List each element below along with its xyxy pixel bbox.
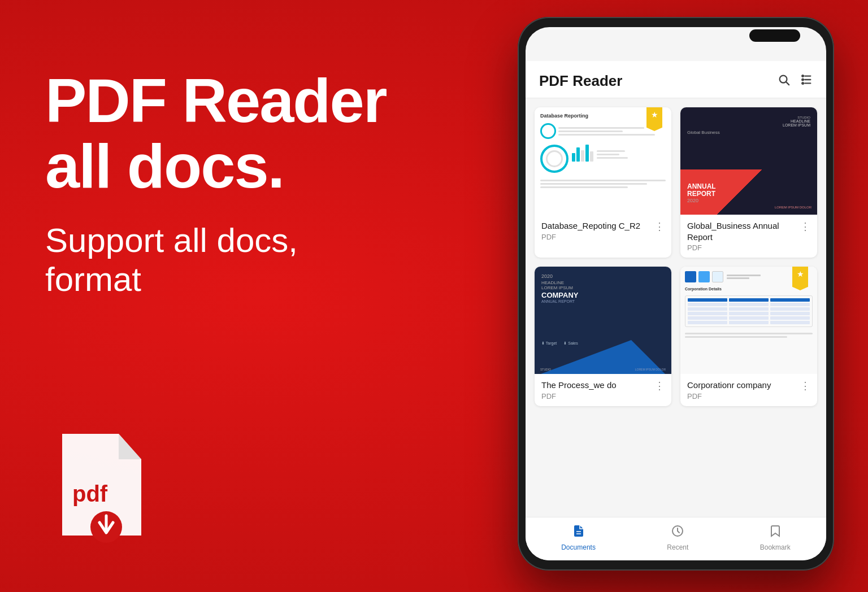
doc-type-3: PDF [541, 392, 617, 401]
bookmark-star-4: ★ [797, 269, 804, 278]
header-icons [778, 73, 813, 89]
doc-menu-icon-2[interactable]: ⋮ [800, 220, 810, 233]
subtitle: Support all docs, format [45, 221, 396, 299]
doc-menu-icon-4[interactable]: ⋮ [800, 380, 810, 392]
bottom-nav: Documents Recent [526, 517, 826, 560]
doc-type-2: PDF [687, 243, 797, 252]
doc-info-3: The Process_we do PDF ⋮ [535, 374, 671, 406]
pdf-file-icon: pdf [45, 423, 158, 547]
doc-type-1: PDF [541, 233, 640, 241]
doc-info-2: Global_Business Annual Report PDF ⋮ [680, 215, 817, 258]
nav-recent-label: Recent [667, 543, 688, 551]
doc-info-1: Database_Repoting C_R2 PDF ⋮ [535, 215, 671, 247]
main-title: PDF Reader all docs. [45, 68, 396, 198]
doc-name-2: Global_Business Annual Report [687, 220, 797, 242]
doc-thumbnail-4: ★ [680, 267, 817, 374]
doc-card-3[interactable]: 2020 HEADLINELOREM IPSUM COMPANY ANNUAL … [535, 267, 671, 406]
nav-recent[interactable]: Recent [667, 524, 688, 551]
doc-menu-icon-3[interactable]: ⋮ [654, 380, 665, 392]
svg-point-6 [802, 79, 804, 80]
doc-card-1[interactable]: ★ Database Reporting [535, 107, 671, 258]
menu-icon[interactable] [800, 73, 813, 89]
bookmark-star-1: ★ [651, 110, 658, 119]
search-icon[interactable] [778, 73, 790, 89]
nav-documents-label: Documents [561, 543, 596, 551]
app-header: PDF Reader [526, 61, 826, 98]
nav-bookmark-label: Bookmark [760, 543, 791, 551]
app-header-title: PDF Reader [539, 72, 622, 90]
doc-thumbnail-2: STUDIO HEADLINELOREM IPSUM Global Busine… [680, 107, 817, 215]
doc-thumbnail-3: 2020 HEADLINELOREM IPSUM COMPANY ANNUAL … [535, 267, 671, 374]
phone-frame: PDF Reader [518, 17, 834, 571]
bookmark-ribbon-4: ★ [792, 267, 808, 290]
doc-name-1: Database_Repoting C_R2 [541, 220, 640, 232]
doc-menu-icon-1[interactable]: ⋮ [654, 220, 665, 233]
svg-line-4 [786, 82, 789, 85]
left-section: PDF Reader all docs. Support all docs, f… [45, 68, 396, 344]
bookmark-icon [769, 524, 782, 541]
document-grid-container: ★ Database Reporting [526, 98, 826, 517]
svg-text:pdf: pdf [72, 481, 108, 506]
bookmark-ribbon-1: ★ [646, 107, 662, 131]
nav-bookmark[interactable]: Bookmark [760, 524, 791, 551]
doc-name-4: Corporationr company [687, 380, 771, 391]
doc-card-4[interactable]: ★ [680, 267, 817, 406]
doc-info-4: Corporationr company PDF ⋮ [680, 374, 817, 406]
documents-icon [572, 524, 585, 541]
doc-type-4: PDF [687, 392, 771, 401]
svg-point-5 [802, 75, 804, 77]
svg-point-7 [802, 82, 804, 84]
nav-documents[interactable]: Documents [561, 524, 596, 551]
phone-mockup: PDF Reader [518, 17, 834, 571]
recent-icon [671, 524, 684, 541]
phone-screen: PDF Reader [526, 27, 826, 560]
camera-bar [749, 29, 800, 42]
docs-grid: ★ Database Reporting [535, 107, 817, 406]
doc-thumbnail-1: ★ Database Reporting [535, 107, 671, 215]
doc-name-3: The Process_we do [541, 380, 617, 391]
phone-content: PDF Reader [526, 61, 826, 560]
pdf-icon-container: pdf [45, 423, 158, 547]
doc-card-2[interactable]: STUDIO HEADLINELOREM IPSUM Global Busine… [680, 107, 817, 258]
